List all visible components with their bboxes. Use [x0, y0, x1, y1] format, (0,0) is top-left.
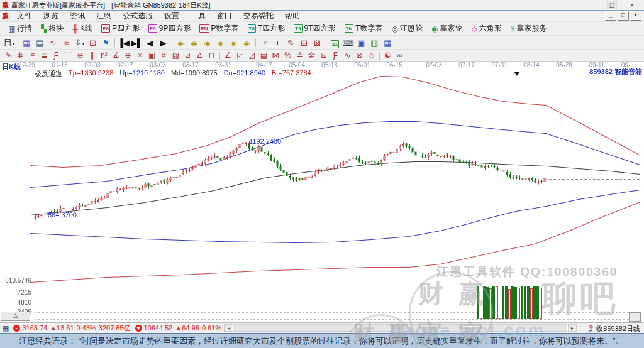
period-selector[interactable]: 日▾: [3, 37, 16, 49]
pane-tab-daily-kline[interactable]: 日K线: [2, 62, 21, 72]
percent-tool[interactable]: %: [282, 50, 294, 61]
menu-item-5[interactable]: 设置: [158, 11, 185, 21]
scroll-right-corner-button[interactable]: →: [629, 312, 641, 322]
menu-item-3[interactable]: 江恩: [91, 11, 117, 21]
hand-tool[interactable]: ☞: [258, 38, 271, 48]
quotes-button[interactable]: ▦行情: [4, 23, 36, 35]
shenzhen-index-icon[interactable]: ✱: [135, 325, 142, 332]
diamond-fit-button[interactable]: ◈: [214, 38, 227, 48]
menu-item-4[interactable]: 公式选股: [117, 11, 158, 21]
stamp-tool-red-2[interactable]: ⊠: [311, 38, 324, 48]
crosshair-tool[interactable]: +: [271, 38, 284, 48]
wave-tool[interactable]: ∿: [341, 50, 353, 61]
pane-collapse-button[interactable]: △: [1, 312, 30, 321]
delta-tool[interactable]: ∆: [194, 50, 206, 61]
gann-circle-tool[interactable]: ⊕: [122, 50, 134, 61]
export-icon[interactable]: ▥: [368, 38, 381, 48]
sectors-button[interactable]: ▚板块: [36, 23, 68, 35]
close-button[interactable]: ×: [626, 1, 638, 9]
menu-item-7[interactable]: 窗口: [211, 11, 238, 21]
hexagon-button[interactable]: ◇六角形: [467, 23, 506, 35]
angle-line-tool[interactable]: ∠: [222, 50, 234, 61]
first-page-button[interactable]: ▐◀: [117, 38, 130, 48]
fibonacci-tool[interactable]: Ƒ: [50, 50, 62, 61]
diamond-zoom-in-button[interactable]: ◈: [187, 38, 201, 48]
yinyang-ball-icon[interactable]: ☯: [382, 50, 394, 61]
p-number-table-button[interactable]: PNP数字表: [195, 23, 243, 35]
t-square-button[interactable]: T8T四方形: [243, 23, 290, 35]
annotate-tool[interactable]: ✎: [284, 38, 297, 48]
table-tool[interactable]: ▤: [258, 50, 270, 61]
pen-tool[interactable]: ✎: [3, 50, 14, 61]
overlay-chart-icon[interactable]: ⊡: [86, 38, 99, 48]
scrollbar-right-arrow[interactable]: ▸: [568, 324, 577, 332]
scroll-left-button[interactable]: ◀: [143, 38, 157, 48]
star-rays-tool[interactable]: ✳: [134, 50, 146, 61]
menu-item-9[interactable]: 帮助: [279, 11, 306, 21]
hline-tool[interactable]: ≡: [26, 50, 38, 61]
menu-item-0[interactable]: 文件: [11, 11, 38, 21]
bracket-tool[interactable]: ⊓: [206, 50, 218, 61]
diamond-mark-tool[interactable]: ◇: [365, 50, 377, 61]
f10-report-icon[interactable]: ▤: [33, 38, 47, 48]
menu-item-6[interactable]: 工具: [185, 11, 211, 21]
scroll-right-button[interactable]: ▶: [157, 38, 170, 48]
scrollbar-thumb[interactable]: [234, 324, 567, 332]
gann-wheel-button[interactable]: ◎江恩轮: [387, 23, 427, 35]
golden-price-tool[interactable]: 金: [306, 50, 318, 61]
ellipse-tool[interactable]: ⊖: [74, 50, 86, 61]
diamond-zoom-out-button[interactable]: ◈: [174, 38, 187, 48]
diamond-expand-horizontal-button[interactable]: ◈: [201, 38, 214, 48]
close-mark-tool[interactable]: ⊠: [353, 50, 365, 61]
rect-tool[interactable]: ▣: [146, 50, 158, 61]
upper-fan-tool[interactable]: ◸: [234, 50, 246, 61]
lower-fan-tool[interactable]: ◿: [246, 50, 258, 61]
gann-grid-tool[interactable]: ⋕: [14, 50, 26, 61]
kline-button[interactable]: ╫K线: [69, 23, 97, 35]
import-icon[interactable]: ▦: [381, 38, 394, 48]
calculator-icon[interactable]: ⌨: [341, 38, 355, 48]
minute-chart-icon[interactable]: ▦: [20, 38, 33, 48]
save-icon[interactable]: ▣: [355, 38, 368, 48]
scrollbar-left-arrow[interactable]: ◂: [225, 324, 233, 332]
trend-line-icon[interactable]: ∿: [47, 38, 60, 48]
arc-tool[interactable]: ⌒: [62, 50, 74, 61]
menu-item-1[interactable]: 浏览: [38, 11, 64, 21]
mdi-close-button[interactable]: ×: [630, 11, 641, 21]
shanghai-index-icon[interactable]: P: [13, 325, 20, 332]
t-number-table-button[interactable]: TNT数字表: [340, 23, 387, 35]
mdi-minimize-button[interactable]: _: [605, 11, 616, 21]
shaded-box-tool[interactable]: ▨: [170, 50, 182, 61]
calendar-icon[interactable]: 21: [328, 38, 341, 48]
square-of-nine-tool[interactable]: n²: [98, 50, 110, 61]
menu-item-2[interactable]: 资讯: [64, 11, 91, 21]
last-page-button[interactable]: ▶▌: [130, 38, 143, 48]
stamp-tool-red[interactable]: ⊞: [297, 38, 311, 48]
winner-service-button[interactable]: $赢家服务: [506, 23, 552, 35]
triangle-tool[interactable]: ⊿: [182, 50, 194, 61]
p-square-button[interactable]: P8P四方形: [97, 23, 144, 35]
infinity-curve-icon[interactable]: ∞: [394, 50, 406, 61]
angle-measure-tool[interactable]: ∡: [110, 50, 122, 61]
winner-wheel-button[interactable]: ◉赢家轮: [427, 23, 467, 35]
diamond-expand-vertical-button[interactable]: ◈: [227, 38, 240, 48]
cross-lines-tool[interactable]: ⋈: [270, 50, 282, 61]
fibo-ext-tool[interactable]: Ƒ: [330, 50, 341, 61]
maximize-button[interactable]: □: [606, 1, 618, 9]
hash-grid-tool[interactable]: ⌗: [158, 50, 170, 61]
p9-square-button[interactable]: P99P四方形: [144, 23, 195, 35]
diamond-expand-all-button[interactable]: ◈: [240, 38, 253, 48]
multi-hline-tool[interactable]: ≣: [38, 50, 50, 61]
market-grid-icon[interactable]: ▦: [3, 324, 9, 332]
golden-ratio-tool[interactable]: ≗: [294, 50, 306, 61]
t9-square-button[interactable]: T99T四方形: [289, 23, 340, 35]
vlines-tool[interactable]: ∥: [86, 50, 98, 61]
right-angle-tool[interactable]: ⊾: [318, 50, 330, 61]
mark-flag-icon[interactable]: ⚑: [99, 38, 113, 48]
chart-horizontal-scrollbar[interactable]: ◂ ▸: [224, 324, 577, 332]
multi-trend-icon[interactable]: ≈: [60, 38, 73, 48]
menu-item-8[interactable]: 交易委托: [238, 11, 279, 21]
bar-width-selector[interactable]: ⇕▾: [73, 37, 86, 49]
mdi-restore-button[interactable]: □: [618, 11, 629, 21]
minimize-button[interactable]: –: [586, 1, 597, 9]
